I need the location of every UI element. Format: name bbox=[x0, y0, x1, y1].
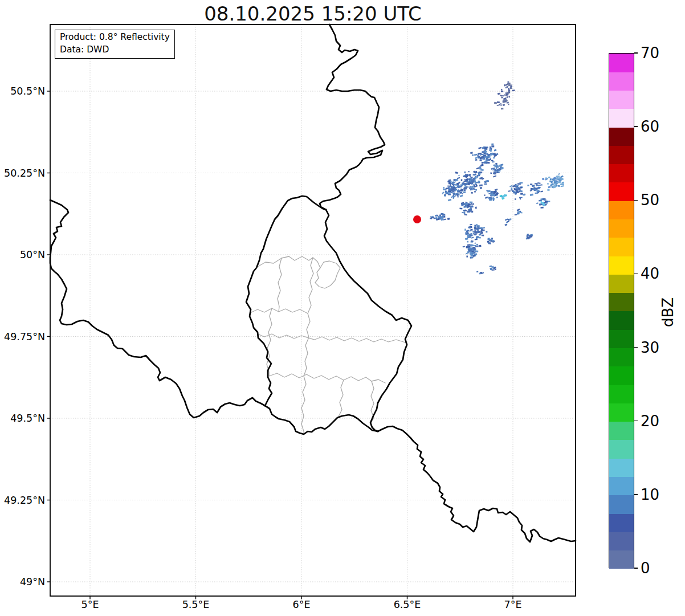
radar-echo-pixel bbox=[478, 181, 480, 183]
radar-echo-pixel bbox=[479, 237, 480, 239]
radar-echo-cluster bbox=[490, 163, 503, 178]
radar-echo-pixel bbox=[475, 177, 476, 179]
radar-echo-pixel bbox=[483, 158, 485, 160]
radar-echo-pixel bbox=[540, 201, 541, 203]
colorbar-band bbox=[609, 348, 634, 367]
radar-echo-pixel bbox=[504, 84, 505, 87]
radar-echo-cluster bbox=[434, 213, 450, 221]
radar-echo-pixel bbox=[468, 171, 470, 172]
radar-echo-pixel bbox=[493, 157, 495, 159]
radar-echo-pixel bbox=[530, 190, 532, 191]
x-axis-tick-label: 6°E bbox=[270, 599, 333, 610]
border-belgium-germany bbox=[320, 25, 385, 210]
radar-echo-pixel bbox=[470, 152, 473, 154]
radar-echo-pixel bbox=[527, 185, 529, 186]
radar-echo-cluster bbox=[504, 218, 511, 226]
radar-echo-pixel bbox=[537, 182, 541, 184]
radar-echo-pixel bbox=[479, 234, 482, 236]
radar-echo-pixel bbox=[475, 207, 477, 209]
radar-echo-pixel bbox=[547, 183, 549, 184]
x-axis-tick-label: 7°E bbox=[482, 599, 544, 610]
radar-echo-pixel bbox=[461, 185, 462, 186]
radar-echo-pixel bbox=[551, 183, 552, 185]
x-axis-tick-label: 5.5°E bbox=[165, 599, 227, 610]
radar-echo-pixel bbox=[471, 211, 474, 213]
radar-echo-pixel bbox=[490, 173, 492, 174]
radar-echo-pixel bbox=[515, 198, 516, 200]
radar-echo-pixel bbox=[474, 191, 476, 192]
radar-echo-pixel bbox=[471, 245, 472, 247]
radar-echo-pixel bbox=[558, 173, 560, 175]
border-france-germany bbox=[378, 426, 576, 542]
colorbar-tick-label: 60 bbox=[641, 118, 659, 135]
colorbar-band bbox=[609, 495, 634, 514]
radar-echo-pixel bbox=[463, 187, 467, 190]
radar-echo-cluster bbox=[527, 182, 543, 196]
radar-echo-pixel bbox=[553, 177, 555, 178]
radar-echo-pixel bbox=[508, 88, 509, 90]
radar-echo-pixel bbox=[519, 182, 523, 183]
radar-echo-pixel bbox=[471, 192, 473, 194]
radar-echo-pixel bbox=[479, 184, 483, 186]
border-luxembourg-south bbox=[265, 406, 378, 434]
radar-echo-pixel bbox=[447, 181, 450, 182]
radar-echo-pixel bbox=[459, 208, 462, 210]
radar-echo-pixel bbox=[561, 183, 564, 185]
radar-echo-pixel bbox=[494, 102, 497, 104]
radar-echo-pixel bbox=[461, 180, 463, 181]
radar-echo-pixel bbox=[469, 174, 471, 176]
radar-echo-pixel bbox=[491, 168, 493, 170]
y-axis-tick-label: 49.75°N bbox=[0, 330, 45, 344]
radar-echo-pixel bbox=[561, 185, 564, 187]
radar-echo-pixel bbox=[541, 184, 543, 185]
radar-echo-pixel bbox=[444, 195, 446, 197]
radar-echo-pixel bbox=[506, 96, 508, 99]
radar-echo-pixel bbox=[455, 184, 457, 186]
radar-echo-pixel bbox=[495, 153, 498, 156]
radar-echo-pixel bbox=[441, 213, 443, 215]
radar-echo-pixel bbox=[516, 209, 520, 211]
radar-echo-pixel bbox=[475, 251, 479, 252]
radar-echo-pixel bbox=[467, 241, 468, 243]
radar-echo-pixel bbox=[474, 185, 476, 186]
radar-echo-pixel bbox=[496, 197, 498, 198]
border-luxembourg-west bbox=[246, 196, 326, 406]
radar-echo-cluster bbox=[442, 178, 467, 201]
radar-echo-pixel bbox=[520, 212, 523, 214]
radar-echo-pixel bbox=[463, 191, 466, 193]
colorbar-band bbox=[609, 329, 634, 348]
radar-echo-cluster bbox=[484, 189, 503, 201]
radar-echo-pixel bbox=[477, 156, 479, 157]
radar-echo-pixel bbox=[504, 94, 505, 95]
colorbar-tick-mark bbox=[634, 52, 638, 54]
radar-echo-pixel bbox=[467, 230, 470, 231]
colorbar-tick-label: 70 bbox=[641, 44, 659, 62]
radar-echo-pixel bbox=[471, 204, 472, 205]
radar-echo-cluster bbox=[464, 224, 487, 243]
radar-echo-cluster bbox=[515, 209, 523, 215]
radar-echo-cluster bbox=[508, 182, 525, 200]
radar-echo-pixel bbox=[471, 180, 474, 182]
radar-echo-pixel bbox=[530, 194, 533, 196]
radar-echo-pixel bbox=[476, 167, 480, 169]
radar-echo-pixel bbox=[474, 225, 476, 226]
radar-echo-pixel bbox=[468, 227, 471, 229]
y-axis-tick-label: 49.5°N bbox=[0, 411, 45, 425]
radar-echo-pixel bbox=[491, 143, 494, 145]
radar-echo-pixel bbox=[547, 189, 549, 191]
radar-echo-cluster bbox=[470, 143, 499, 166]
colorbar-band bbox=[609, 127, 634, 146]
radar-echo-pixel bbox=[515, 214, 517, 215]
radar-echo-pixel bbox=[443, 187, 445, 189]
colorbar-tick-label: 50 bbox=[641, 191, 659, 209]
radar-echo-pixel bbox=[486, 231, 487, 232]
radar-echo-cluster bbox=[463, 242, 482, 259]
canton-border bbox=[301, 368, 307, 434]
radar-echo-pixel bbox=[484, 147, 487, 148]
radar-echo-pixel bbox=[487, 240, 490, 242]
colorbar-tick-label: 20 bbox=[641, 413, 659, 430]
colorbar-band bbox=[609, 238, 634, 256]
radar-echo-pixel bbox=[545, 177, 547, 179]
canton-border bbox=[269, 373, 385, 383]
radar-echo-pixel bbox=[463, 246, 466, 247]
